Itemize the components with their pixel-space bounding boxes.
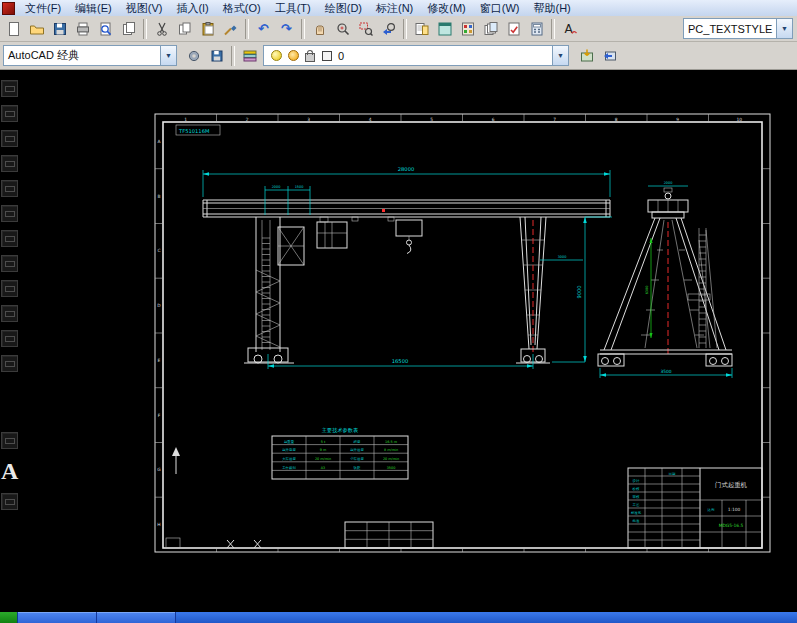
toolbar-separator xyxy=(231,46,235,66)
plot-icon[interactable] xyxy=(71,17,94,40)
revision-cloud-icon[interactable] xyxy=(1,255,18,272)
title-block-scale-label: 比例 xyxy=(708,508,715,512)
copy-icon[interactable] xyxy=(173,17,196,40)
zone-number: 7 xyxy=(553,117,556,122)
menu-window[interactable]: 窗口(W) xyxy=(473,0,527,17)
toolbar-separator xyxy=(301,19,305,39)
text-style-icon[interactable]: A xyxy=(558,17,581,40)
polyline-icon[interactable] xyxy=(1,130,18,147)
sheet-set-manager-icon[interactable] xyxy=(479,17,502,40)
construction-line-icon[interactable] xyxy=(1,105,18,122)
make-object-layer-current-icon[interactable] xyxy=(575,44,598,67)
layer-lock-icon[interactable] xyxy=(305,53,315,62)
zone-letter: G xyxy=(157,467,161,472)
plot-preview-icon[interactable] xyxy=(94,17,117,40)
dim-side-green: 6300 xyxy=(645,286,649,295)
zone-number: 1 xyxy=(184,117,187,122)
start-button[interactable] xyxy=(0,612,18,623)
layer-color-chip-icon[interactable] xyxy=(322,51,332,61)
match-properties-icon[interactable] xyxy=(219,17,242,40)
menu-draw[interactable]: 绘图(D) xyxy=(318,0,369,17)
menu-help[interactable]: 帮助(H) xyxy=(527,0,578,17)
taskbar-button[interactable] xyxy=(18,612,97,623)
new-icon[interactable] xyxy=(2,17,25,40)
menu-edit[interactable]: 编辑(E) xyxy=(68,0,119,17)
save-icon[interactable] xyxy=(48,17,71,40)
svg-text:日期: 日期 xyxy=(669,472,676,476)
make-block-icon[interactable] xyxy=(1,355,18,372)
mtext-icon[interactable]: A xyxy=(1,459,18,483)
markup-set-manager-icon[interactable] xyxy=(502,17,525,40)
svg-text:轨距: 轨距 xyxy=(353,466,361,470)
chevron-down-icon[interactable]: ▼ xyxy=(160,46,176,65)
front-view xyxy=(203,200,610,363)
drawing-area[interactable]: A 1 2 3 4 5 6 7 8 9 10 A B C xyxy=(0,70,797,612)
zone-letter: A xyxy=(157,139,160,144)
layer-combo[interactable]: 0 ▼ xyxy=(263,45,569,66)
svg-text:5 t: 5 t xyxy=(321,440,326,444)
chevron-down-icon[interactable]: ▼ xyxy=(776,19,792,38)
svg-text:8 m/min: 8 m/min xyxy=(384,448,398,452)
zoom-realtime-icon[interactable] xyxy=(331,17,354,40)
dim-side-gauge: 3500 xyxy=(660,369,671,374)
hatch-icon[interactable] xyxy=(1,432,18,449)
layer-previous-icon[interactable] xyxy=(598,44,621,67)
design-center-icon[interactable] xyxy=(433,17,456,40)
zone-number: 5 xyxy=(430,117,433,122)
menu-view[interactable]: 视图(V) xyxy=(119,0,170,17)
dim-height: 9000 xyxy=(576,285,582,298)
arc-icon[interactable] xyxy=(1,205,18,222)
layer-freeze-sun-icon[interactable] xyxy=(288,50,299,61)
paste-icon[interactable] xyxy=(196,17,219,40)
workspace-value: AutoCAD 经典 xyxy=(8,48,79,63)
zoom-previous-icon[interactable] xyxy=(377,17,400,40)
insert-block-icon[interactable] xyxy=(1,330,18,347)
cut-icon[interactable] xyxy=(150,17,173,40)
circle-icon[interactable] xyxy=(1,230,18,247)
line-icon[interactable] xyxy=(1,80,18,97)
toolbar-separator xyxy=(143,19,147,39)
redo-icon[interactable]: ↷ xyxy=(275,17,298,40)
dim-sub1: 2000 xyxy=(272,185,281,189)
open-icon[interactable] xyxy=(25,17,48,40)
draw-toolbar-vertical xyxy=(1,80,18,372)
undo-icon[interactable]: ↶ xyxy=(252,17,275,40)
save-workspace-icon[interactable] xyxy=(205,44,228,67)
workspace-settings-icon[interactable] xyxy=(182,44,205,67)
menu-dimension[interactable]: 标注(N) xyxy=(369,0,420,17)
spline-icon[interactable] xyxy=(1,280,18,297)
zone-letter: H xyxy=(157,522,160,527)
tool-palettes-icon[interactable] xyxy=(456,17,479,40)
properties-icon[interactable] xyxy=(410,17,433,40)
svg-text:16.5 m: 16.5 m xyxy=(385,440,398,444)
quick-calc-icon[interactable] xyxy=(525,17,548,40)
rectangle-icon[interactable] xyxy=(1,180,18,197)
toolbar-separator xyxy=(245,19,249,39)
menu-modify[interactable]: 修改(M) xyxy=(420,0,473,17)
zone-number: 10 xyxy=(736,117,742,122)
menu-format[interactable]: 格式(O) xyxy=(216,0,268,17)
svg-text:20 m/min: 20 m/min xyxy=(383,457,399,461)
menu-tools[interactable]: 工具(T) xyxy=(268,0,318,17)
text-style-combo[interactable]: PC_TEXTSTYLE ▼ xyxy=(683,18,793,39)
layer-on-bulb-icon[interactable] xyxy=(271,50,282,61)
model-space-canvas[interactable]: 1 2 3 4 5 6 7 8 9 10 A B C D E F G H TF5… xyxy=(0,70,797,612)
svg-text:3500: 3500 xyxy=(387,466,396,470)
chevron-down-icon[interactable]: ▼ xyxy=(552,46,568,65)
workspace-combo[interactable]: AutoCAD 经典 ▼ xyxy=(3,45,177,66)
table-icon[interactable] xyxy=(1,493,18,510)
autocad-window: 文件(F) 编辑(E) 视图(V) 插入(I) 格式(O) 工具(T) 绘图(D… xyxy=(0,0,797,623)
zone-number: 6 xyxy=(492,117,495,122)
toolbar-separator xyxy=(551,19,555,39)
layer-properties-manager-icon[interactable] xyxy=(238,44,261,67)
menu-bar: 文件(F) 编辑(E) 视图(V) 插入(I) 格式(O) 工具(T) 绘图(D… xyxy=(0,0,797,16)
menu-insert[interactable]: 插入(I) xyxy=(169,0,215,17)
polygon-icon[interactable] xyxy=(1,155,18,172)
taskbar-button[interactable] xyxy=(97,612,176,623)
publish-icon[interactable] xyxy=(117,17,140,40)
menu-file[interactable]: 文件(F) xyxy=(18,0,68,17)
zone-number: 2 xyxy=(246,117,249,122)
pan-icon[interactable] xyxy=(308,17,331,40)
ellipse-icon[interactable] xyxy=(1,305,18,322)
zoom-window-icon[interactable] xyxy=(354,17,377,40)
